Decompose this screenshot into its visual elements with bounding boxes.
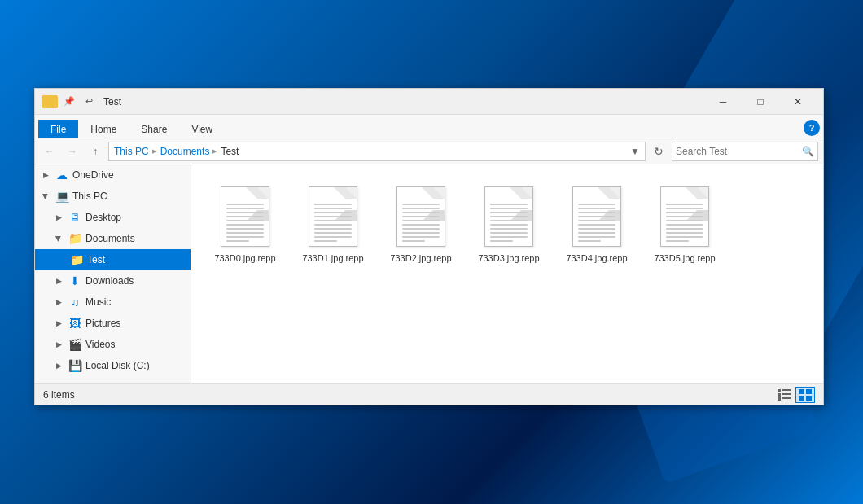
sidebar-item-onedrive[interactable]: ▶ ☁ OneDrive (35, 164, 191, 186)
sidebar: ▶ ☁ OneDrive ▶ 💻 This PC ▶ 🖥 Desktop (35, 164, 191, 383)
sidebar-label-videos: Videos (85, 339, 115, 350)
crumb-documents[interactable]: Documents (160, 146, 210, 157)
test-folder-icon: 📁 (69, 252, 84, 267)
close-button[interactable]: ✕ (779, 89, 817, 115)
crumb-sep-2: ▸ (212, 146, 217, 156)
quick-access-undo-icon: ↩ (81, 94, 97, 110)
sidebar-item-desktop[interactable]: ▶ 🖥 Desktop (35, 207, 191, 228)
sidebar-item-music[interactable]: ▶ ♫ Music (35, 291, 191, 313)
sidebar-label-documents: Documents (85, 233, 135, 244)
sidebar-arrow-this-pc: ▶ (40, 191, 51, 202)
ribbon: File Home Share View ? (35, 115, 823, 138)
svg-rect-2 (778, 393, 781, 397)
file-explorer-window: 📌 ↩ Test ─ □ ✕ File Home Share View ? ← … (34, 88, 824, 405)
status-item-count: 6 items (43, 389, 774, 401)
file-item[interactable]: 733D3.jpg.repp (468, 177, 550, 270)
sidebar-label-desktop: Desktop (85, 212, 121, 223)
pictures-icon: 🖼 (68, 316, 82, 331)
svg-rect-3 (782, 393, 791, 395)
sidebar-label-music: Music (85, 296, 111, 308)
file-name: 733D2.jpg.repp (390, 252, 451, 264)
file-name: 733D5.jpg.repp (654, 252, 715, 264)
svg-rect-7 (806, 389, 812, 394)
file-name: 733D3.jpg.repp (478, 252, 539, 264)
window-folder-icon (42, 95, 58, 108)
file-item[interactable]: 733D4.jpg.repp (556, 177, 637, 270)
crumb-this-pc[interactable]: This PC (114, 146, 149, 157)
maximize-button[interactable]: □ (742, 89, 779, 115)
refresh-button[interactable]: ↻ (649, 142, 668, 161)
main-content: ▶ ☁ OneDrive ▶ 💻 This PC ▶ 🖥 Desktop (35, 164, 823, 383)
file-item[interactable]: 733D0.jpg.repp (204, 177, 286, 270)
tab-share[interactable]: Share (129, 120, 179, 138)
status-bar: 6 items (35, 383, 823, 405)
file-icon-doc (572, 186, 621, 247)
back-button[interactable]: ← (40, 142, 59, 161)
svg-rect-8 (799, 396, 804, 401)
file-item[interactable]: 733D2.jpg.repp (380, 177, 462, 270)
file-icon-doc (484, 186, 533, 247)
svg-rect-5 (782, 397, 791, 399)
sidebar-item-test[interactable]: 📁 Test (35, 249, 191, 270)
sidebar-arrow-onedrive: ▶ (40, 169, 51, 181)
address-bar: ← → ↑ This PC ▸ Documents ▸ Test ▼ ↻ 🔍 (35, 138, 823, 164)
file-name: 733D1.jpg.repp (302, 252, 363, 264)
sidebar-arrow-documents: ▶ (53, 233, 64, 244)
file-item[interactable]: 733D5.jpg.repp (644, 177, 725, 270)
file-icon-doc (660, 186, 709, 247)
sidebar-arrow-desktop: ▶ (53, 212, 64, 223)
title-bar: 📌 ↩ Test ─ □ ✕ (35, 89, 823, 115)
tab-home[interactable]: Home (78, 120, 129, 138)
sidebar-arrow-pictures: ▶ (53, 318, 64, 329)
svg-rect-6 (799, 389, 804, 394)
file-area[interactable]: 733D0.jpg.repp733D1.jpg.repp733D2.jpg.re… (191, 164, 823, 383)
help-button[interactable]: ? (804, 120, 820, 136)
file-icon-container (392, 184, 450, 249)
search-input[interactable] (676, 146, 802, 157)
sidebar-item-this-pc[interactable]: ▶ 💻 This PC (35, 186, 191, 207)
address-path[interactable]: This PC ▸ Documents ▸ Test ▼ (108, 142, 646, 161)
file-icon-container (480, 184, 538, 249)
crumb-test: Test (221, 146, 239, 157)
up-button[interactable]: ↑ (85, 142, 105, 161)
sidebar-scroll[interactable]: ▶ ☁ OneDrive ▶ 💻 This PC ▶ 🖥 Desktop (35, 164, 191, 383)
sidebar-item-pictures[interactable]: ▶ 🖼 Pictures (35, 313, 191, 334)
sidebar-label-local-disk: Local Disk (C:) (85, 360, 150, 371)
search-icon[interactable]: 🔍 (802, 146, 814, 157)
sidebar-item-local-disk[interactable]: ▶ 💾 Local Disk (C:) (35, 355, 191, 376)
search-box[interactable]: 🔍 (672, 142, 818, 161)
view-details-button[interactable] (774, 387, 794, 403)
forward-button[interactable]: → (63, 142, 82, 161)
sidebar-item-documents[interactable]: ▶ 📁 Documents (35, 228, 191, 249)
sidebar-label-downloads: Downloads (85, 275, 134, 287)
file-icon-container (655, 184, 714, 249)
sidebar-arrow-videos: ▶ (53, 339, 64, 350)
downloads-icon: ⬇ (68, 274, 82, 288)
file-icon-container (304, 184, 362, 249)
file-item[interactable]: 733D1.jpg.repp (292, 177, 374, 270)
sidebar-item-downloads[interactable]: ▶ ⬇ Downloads (35, 270, 191, 291)
view-tiles-button[interactable] (795, 387, 815, 403)
sidebar-item-videos[interactable]: ▶ 🎬 Videos (35, 334, 191, 355)
svg-rect-0 (778, 389, 781, 392)
sidebar-arrow-local-disk: ▶ (53, 360, 64, 371)
svg-rect-1 (782, 389, 791, 391)
documents-icon: 📁 (68, 231, 82, 246)
window-title: Test (103, 96, 704, 107)
quick-access-pin-icon: 📌 (61, 94, 77, 110)
local-disk-icon: 💾 (68, 358, 82, 373)
sidebar-arrow-music: ▶ (53, 296, 64, 308)
desktop-icon: 🖥 (68, 210, 82, 225)
ribbon-tabs: File Home Share View ? (35, 115, 823, 138)
address-dropdown-icon[interactable]: ▼ (630, 146, 640, 157)
sidebar-label-test: Test (87, 254, 105, 265)
tab-view[interactable]: View (179, 120, 225, 138)
window-controls: ─ □ ✕ (704, 89, 817, 115)
file-icon-doc (309, 186, 357, 247)
view-buttons (774, 387, 815, 403)
file-icon-doc (221, 186, 269, 247)
videos-icon: 🎬 (68, 337, 82, 352)
file-icon-container (216, 184, 274, 249)
tab-file[interactable]: File (38, 120, 78, 138)
minimize-button[interactable]: ─ (704, 89, 742, 115)
